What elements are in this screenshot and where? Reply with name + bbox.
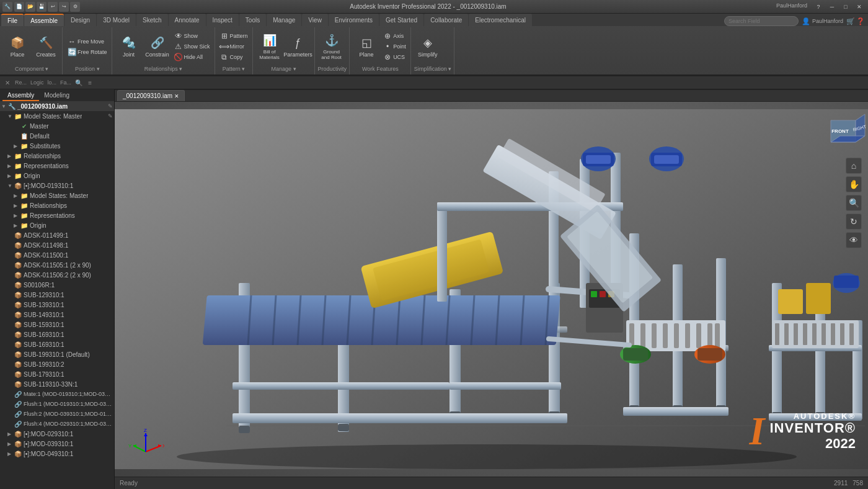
- tree-flush2[interactable]: 🔗 Flush:2 (MOD-039310:1;MOD-019310:1;: [0, 409, 114, 419]
- tree-sub199310-2[interactable]: 📦 SUB-199310:2: [0, 359, 114, 369]
- point-button[interactable]: • Point: [381, 42, 408, 52]
- sidebar-re-btn[interactable]: Re...: [14, 78, 28, 87]
- user-name[interactable]: PaulHanford: [776, 2, 807, 11]
- tree-root[interactable]: ▼ 🔧 _0012009310.iam ✎: [0, 101, 114, 111]
- tree-adsk011500[interactable]: 📦 ADSK-011500:1: [0, 250, 114, 260]
- joint-button[interactable]: 🔩 Joint: [115, 29, 143, 65]
- plane-button[interactable]: ◱ Plane: [353, 29, 380, 65]
- zoom-button[interactable]: 🔍: [846, 195, 862, 211]
- tab-modeling[interactable]: Modeling: [39, 91, 74, 101]
- tab-assembly[interactable]: Assembly: [2, 91, 39, 101]
- pan-button[interactable]: ✋: [846, 176, 862, 192]
- tree-model-states[interactable]: ▼ 📁 Model States: Master ✎: [0, 111, 114, 121]
- mirror-button[interactable]: ⟺ Mirror: [218, 42, 250, 52]
- user-label[interactable]: PaulHanford: [812, 18, 843, 24]
- cart-icon[interactable]: 🛒: [846, 16, 856, 26]
- tree-mod029310[interactable]: ▶ 📦 [•]:MOD-029310:1: [0, 429, 114, 439]
- tab-3dmodel[interactable]: 3D Model: [97, 14, 136, 26]
- save-icon[interactable]: 💾: [37, 2, 46, 12]
- tree-sub139310[interactable]: 📦 SUB-139310:1: [0, 300, 114, 310]
- viewport-tab-main[interactable]: _0012009310.iam ✕: [117, 90, 185, 101]
- tab-getstarted[interactable]: Get Started: [379, 14, 423, 26]
- new-icon[interactable]: 📄: [14, 2, 24, 12]
- place-button[interactable]: 📦 Place: [4, 29, 31, 65]
- tree-adsk011505[interactable]: 📦 ADSK-011505:1 (2 x 90): [0, 260, 114, 270]
- free-rotate-button[interactable]: 🔄 Free Rotate: [66, 47, 109, 57]
- tree-mod-modelstates[interactable]: ▶ 📁 Model States: Master: [0, 191, 114, 200]
- sidebar-menu-btn[interactable]: ≡: [85, 78, 95, 87]
- tab-inspect[interactable]: Inspect: [206, 14, 239, 26]
- tree-mod-rep[interactable]: ▶ 📁 Representations: [0, 210, 114, 220]
- tree-origin[interactable]: ▶ 📁 Origin: [0, 171, 114, 181]
- orbit-button[interactable]: ↻: [846, 213, 862, 230]
- tree-master[interactable]: ✔ Master: [0, 121, 114, 131]
- bom-button[interactable]: 📊 Bill of Materials: [256, 29, 283, 65]
- sidebar-close-btn[interactable]: ✕: [2, 78, 12, 87]
- tab-file[interactable]: File: [1, 14, 24, 26]
- sidebar-fa-btn[interactable]: Fa...: [59, 78, 73, 87]
- home-nav-button[interactable]: ⌂: [846, 158, 862, 174]
- tree-mod-rel[interactable]: ▶ 📁 Relationships: [0, 200, 114, 210]
- tab-sketch[interactable]: Sketch: [136, 14, 168, 26]
- axis-button[interactable]: ⊕ Axis: [381, 31, 408, 41]
- tree-sub169310b[interactable]: 📦 SUB-169310:1: [0, 339, 114, 349]
- tree-sub129310[interactable]: 📦 SUB-129310:1: [0, 290, 114, 300]
- edit-icon2[interactable]: ✎: [108, 113, 113, 119]
- minimize-button[interactable]: ─: [826, 2, 838, 11]
- ucs-button[interactable]: ⊗ UCS: [381, 52, 408, 62]
- open-icon[interactable]: 📂: [25, 2, 35, 12]
- copy-button[interactable]: ⧉ Copy: [218, 52, 250, 62]
- undo-icon[interactable]: ↩: [48, 2, 58, 12]
- sidebar-logic-btn[interactable]: Logic: [29, 78, 45, 87]
- tab-tools[interactable]: Tools: [239, 14, 266, 26]
- tree-mod039310[interactable]: ▶ 📦 [•]:MOD-039310:1: [0, 439, 114, 449]
- free-move-button[interactable]: ↔ Free Move: [66, 37, 109, 47]
- 3d-viewport[interactable]: FRONT RIGHT ⌂ ✋ 🔍 ↻ 👁: [115, 102, 868, 477]
- ribbon-search-input[interactable]: [724, 16, 799, 26]
- app-icon[interactable]: 🔧: [2, 2, 12, 12]
- show-button[interactable]: 👁 Show: [172, 31, 212, 41]
- tree-relationships[interactable]: ▶ 📁 Relationships: [0, 151, 114, 161]
- tree-substitutes[interactable]: ▶ 📁 Substitutes: [0, 141, 114, 151]
- show-sick-button[interactable]: ⚠ Show Sick: [172, 42, 212, 52]
- parameters-button[interactable]: ƒ Parameters: [285, 29, 312, 65]
- tree-sub119310[interactable]: 📦 SUB-119310-33N:1: [0, 379, 114, 389]
- tree-representations[interactable]: ▶ 📁 Representations: [0, 161, 114, 171]
- constrain-button[interactable]: 🔗 Constrain: [144, 29, 171, 65]
- tree-sub179310[interactable]: 📦 SUB-179310:1: [0, 369, 114, 379]
- tree-mod049310[interactable]: ▶ 📦 [•]:MOD-049310:1: [0, 449, 114, 459]
- tree-sub149310[interactable]: 📦 SUB-149310:1: [0, 310, 114, 320]
- tree-default[interactable]: 📋 Default: [0, 131, 114, 141]
- tree-flush1[interactable]: 🔗 Flush:1 (MOD-019310:1;MOD-039310:1;: [0, 399, 114, 409]
- help-button[interactable]: ?: [812, 2, 825, 11]
- tab-assemble[interactable]: Assemble: [24, 14, 64, 26]
- tree-adsk011498[interactable]: 📦 ADSK-011498:1: [0, 240, 114, 250]
- pattern-button[interactable]: ⊞ Pattern: [218, 31, 250, 41]
- viewport-tab-close[interactable]: ✕: [174, 93, 179, 99]
- tree-flush4[interactable]: 🔗 Flush:4 (MOD-029310:1;MOD-039310:1;: [0, 419, 114, 429]
- tree-sub169310a[interactable]: 📦 SUB-169310:1: [0, 330, 114, 339]
- tree-sub199310-1[interactable]: 📦 SUB-199310:1 (Default): [0, 349, 114, 359]
- close-button[interactable]: ✕: [853, 2, 866, 11]
- tab-electromech[interactable]: Electromechanical: [469, 14, 532, 26]
- tab-design[interactable]: Design: [64, 14, 96, 26]
- tab-annotate[interactable]: Annotate: [169, 14, 206, 26]
- ground-root-button[interactable]: ⚓ Ground and Root: [318, 29, 345, 65]
- tab-view[interactable]: View: [302, 14, 328, 26]
- tab-collaborate[interactable]: Collaborate: [424, 14, 468, 26]
- viewcube[interactable]: FRONT RIGHT: [818, 108, 862, 151]
- sidebar-lo-btn[interactable]: lo...: [46, 78, 58, 87]
- maximize-button[interactable]: □: [839, 2, 852, 11]
- simplify-button[interactable]: ◈ Simplify: [414, 29, 441, 65]
- tree-sub159310[interactable]: 📦 SUB-159310:1: [0, 320, 114, 330]
- redo-icon[interactable]: ↪: [59, 2, 69, 12]
- tree-s00106r[interactable]: 📦 S00106R:1: [0, 280, 114, 290]
- hide-all-button[interactable]: 🚫 Hide All: [172, 52, 212, 62]
- question-icon[interactable]: ❓: [856, 16, 866, 26]
- tree-adsk011506[interactable]: 📦 ADSK-011506:2 (2 x 90): [0, 270, 114, 280]
- tab-manage[interactable]: Manage: [267, 14, 301, 26]
- tree-adsk011499[interactable]: 📦 ADSK-011499:1: [0, 230, 114, 240]
- edit-icon[interactable]: ✎: [108, 103, 113, 109]
- tree-mod-origin[interactable]: ▶ 📁 Origin: [0, 220, 114, 230]
- sidebar-search-btn[interactable]: 🔍: [74, 78, 84, 87]
